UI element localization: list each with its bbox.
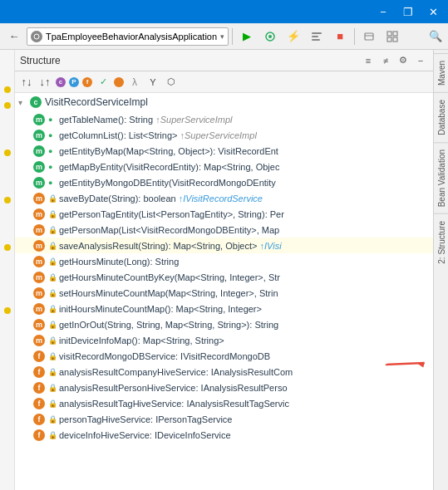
item-text: getMapByEntity(VisitRecordEntity): Map<S… [59, 162, 279, 172]
item-text: analysisResultCompanyHiveService: IAnaly… [59, 367, 293, 377]
lock-icon: 🔒 [48, 352, 57, 360]
settings-icon[interactable]: ⚙ [396, 53, 411, 68]
maven-tab[interactable]: Maven [434, 53, 448, 92]
circle-button[interactable] [114, 77, 124, 87]
item-text: saveAnalysisResult(String): Map<String, … [59, 241, 282, 251]
minimize-button[interactable]: − [372, 3, 395, 20]
item-text: getEntityByMap(Map<String, Object>): Vis… [59, 146, 278, 156]
class-header[interactable]: ▾ c VisitRecordServiceImpl [15, 93, 433, 111]
svg-point-3 [268, 35, 272, 38]
y-button[interactable]: Y [145, 74, 161, 91]
filter-field-button[interactable]: f [82, 77, 92, 87]
debug-button[interactable] [259, 27, 281, 47]
lock-icon: 🔒 [48, 368, 57, 376]
list-item[interactable]: f 🔒 analysisResultCompanyHiveService: IA… [15, 364, 433, 380]
class-name: VisitRecordServiceImpl [45, 96, 148, 108]
sort-icon[interactable]: ≡ [361, 53, 376, 68]
list-item[interactable]: f 🔒 visitRecordMongoDBService: IVisitRec… [15, 348, 433, 364]
field-badge: f [33, 429, 45, 441]
sort-asc-button[interactable]: ↑↓ [18, 74, 35, 91]
list-item[interactable]: m ● getEntityByMongoDBEntity(VisitRecord… [15, 174, 433, 190]
check-button[interactable]: ✓ [95, 74, 111, 91]
globe-icon: ● [48, 163, 57, 171]
list-item[interactable]: m ● getMapByEntity(VisitRecordEntity): M… [15, 159, 433, 174]
lambda-button[interactable]: λ [126, 74, 143, 91]
close-button[interactable]: ✕ [421, 3, 445, 20]
svg-rect-10 [393, 32, 397, 36]
method-badge: m [33, 256, 45, 267]
maximize-button[interactable]: ❐ [396, 3, 420, 20]
structure-tab[interactable]: 2: Structure [434, 213, 448, 271]
breakpoint-dot [4, 197, 11, 203]
lock-icon: 🔒 [48, 226, 57, 234]
database-tab[interactable]: Database [434, 92, 448, 142]
tree-toggle[interactable]: ▾ [18, 98, 30, 107]
build-button[interactable] [358, 27, 380, 47]
list-item[interactable]: m 🔒 getHoursMinute(Long): String [15, 253, 433, 269]
list-item[interactable]: f 🔒 analysisResultPersonHiveService: IAn… [15, 380, 433, 395]
item-text: getHoursMinute(Long): String [59, 257, 179, 267]
lock-icon: 🔒 [48, 273, 57, 282]
title-bar: − ❐ ✕ [0, 0, 448, 23]
method-badge: m [33, 303, 45, 315]
lock-icon: 🔒 [48, 399, 57, 408]
method-badge: m [33, 145, 45, 157]
list-item[interactable]: m 🔒 setHoursMinuteCountMap(Map<String, I… [15, 285, 433, 301]
lock-icon: 🔒 [48, 431, 57, 439]
breakpoint-dot [4, 307, 11, 314]
lock-icon: 🔒 [48, 194, 57, 203]
panel-header-icons: ≡ ≠ ⚙ − [361, 53, 428, 68]
list-item[interactable]: f 🔒 analysisResultTagHiveService: IAnaly… [15, 395, 433, 411]
bean-validation-tab[interactable]: Bean Validation [434, 142, 448, 213]
coverage-button[interactable] [306, 27, 327, 47]
list-item[interactable]: m ● getTableName(): String ↑SuperService… [15, 111, 433, 127]
item-text: saveByDate(String): boolean ↑IVisitRecor… [59, 194, 263, 203]
breakpoint-dot [4, 102, 11, 109]
separator [232, 28, 233, 45]
svg-rect-11 [387, 37, 391, 42]
main-toolbar: ← TpaEmployeeBehaviorAnalysisApplication… [0, 23, 448, 50]
project-name: TpaEmployeeBehaviorAnalysisApplication [46, 32, 217, 42]
collapse-icon[interactable]: − [413, 53, 428, 68]
panel-header: Structure ≡ ≠ ⚙ − [15, 50, 433, 71]
left-gutter [0, 50, 15, 490]
method-badge: m [33, 272, 45, 283]
sort-desc-button[interactable]: ↓↑ [37, 74, 53, 91]
svg-rect-7 [365, 33, 373, 40]
stop-button[interactable]: ■ [329, 27, 351, 47]
list-item[interactable]: m 🔒 initHoursMinuteCountMap(): Map<Strin… [15, 301, 433, 316]
field-badge: f [33, 350, 45, 362]
list-item[interactable]: f 🔒 personTagHiveService: IPersonTagServ… [15, 411, 433, 427]
method-badge: m [33, 130, 45, 141]
list-item[interactable]: m 🔒 initDeviceInfoMap(): Map<String, Str… [15, 332, 433, 348]
globe-icon: ● [48, 131, 57, 140]
filter-icon[interactable]: ≠ [378, 53, 393, 68]
back-button[interactable]: ← [3, 27, 25, 47]
filter-class-button[interactable]: c [56, 77, 66, 87]
search-button[interactable]: 🔍 [426, 27, 445, 46]
list-item[interactable]: m 🔒 saveByDate(String): boolean ↑IVisitR… [15, 190, 433, 206]
list-item[interactable]: m ● getEntityByMap(Map<String, Object>):… [15, 143, 433, 159]
list-item[interactable]: m ● getColumnList(): List<String> ↑Super… [15, 127, 433, 143]
hex-button[interactable]: ⬡ [163, 74, 180, 91]
list-item[interactable]: m 🔒 saveAnalysisResult(String): Map<Stri… [15, 238, 433, 253]
run-button[interactable]: ▶ [236, 27, 258, 47]
list-item[interactable]: f 🔒 deviceInfoHiveService: IDeviceInfoSe… [15, 427, 433, 443]
tree-content[interactable]: ▾ c VisitRecordServiceImpl m ● getTableN… [15, 93, 433, 490]
layout-button[interactable] [382, 27, 403, 47]
svg-rect-6 [312, 39, 320, 41]
lock-icon: 🔒 [48, 305, 57, 313]
field-badge: f [33, 382, 45, 394]
filter-property-button[interactable]: P [69, 77, 79, 87]
title-bar-controls: − ❐ ✕ [372, 3, 445, 20]
list-item[interactable]: m 🔒 getPersonTagEntity(List<PersonTagEnt… [15, 206, 433, 222]
item-text: initHoursMinuteCountMap(): Map<String, I… [59, 304, 262, 314]
structure-toolbar: ↑↓ ↓↑ c P f ✓ λ Y ⬡ [15, 71, 433, 93]
attach-button[interactable]: ⚡ [283, 27, 304, 47]
lock-icon: 🔒 [48, 257, 57, 266]
list-item[interactable]: m 🔒 getInOrOut(String, String, Map<Strin… [15, 316, 433, 332]
list-item[interactable]: m 🔒 getHoursMinuteCountByKey(Map<String,… [15, 269, 433, 285]
svg-rect-4 [312, 32, 322, 34]
list-item[interactable]: m 🔒 getPersonMap(List<VisitRecordMongoDB… [15, 222, 433, 238]
project-selector[interactable]: TpaEmployeeBehaviorAnalysisApplication ▾ [27, 27, 229, 46]
